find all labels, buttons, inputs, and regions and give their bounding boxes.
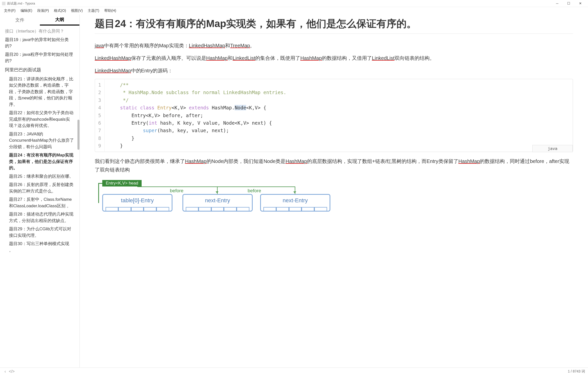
menu-file[interactable]: 文件(F) <box>2 8 18 14</box>
editor-area[interactable]: 题目24：有没有有顺序的Map实现类，如果有，他们是怎么保证有序的。 java中… <box>80 15 588 367</box>
outline-item[interactable]: 题目30：写出三种单例模式实现 。 <box>0 240 79 254</box>
app-icon <box>2 2 6 5</box>
outline-panel[interactable]: 接口（Interface）有什么异同？ 题目19：java中的异常时如何分类的?… <box>0 26 79 367</box>
outline-item[interactable]: 题目21：讲讲类的实例化顺序，比如父类静态数据，构造函数，字段，子类静态数据，构… <box>0 75 79 109</box>
menu-paragraph[interactable]: 段落(P) <box>35 8 52 14</box>
outline-item[interactable]: 题目27：反射中，Class.forName和ClassLoader.loadC… <box>0 195 79 210</box>
paragraph[interactable]: java中有两个常用的有顺序的Map实现类：LinkedHashMap和Tree… <box>95 41 573 50</box>
menu-help[interactable]: 帮助(H) <box>102 8 119 14</box>
outline-item[interactable]: 接口（Interface）有什么异同？ <box>0 27 79 36</box>
maximize-button[interactable]: ☐ <box>563 0 574 7</box>
code-gutter: 123456789 <box>95 79 105 152</box>
paragraph[interactable]: LinkedHashMap保存了元素的插入顺序。可以说是HashMap和Link… <box>95 54 573 62</box>
sidebar: 文件 大纲 接口（Interface）有什么异同？ 题目19：java中的异常时… <box>0 15 80 367</box>
outline-item[interactable]: 题目23：JAVA8的ConcurrentHashMap为什么放弃了分段锁，有什… <box>0 130 79 151</box>
diagram-edge-label: before <box>248 188 261 194</box>
menubar: 文件(F) 编辑(E) 段落(P) 格式(O) 视图(V) 主题(T) 帮助(H… <box>0 7 588 15</box>
diagram-head-label: Entry<K,V> head <box>102 180 142 186</box>
close-button[interactable]: ✕ <box>574 0 586 7</box>
outline-item[interactable]: 题目28：描述动态代理的几种实现方式，分别说出相应的优缺点。 <box>0 210 79 225</box>
outline-item[interactable]: 题目22：如何在父类中为子类自动完成所有的hashcode和equals实现？这… <box>0 109 79 130</box>
diagram-node: table[0]-Entry <box>102 194 172 212</box>
outline-item-active[interactable]: 题目24：有没有有顺序的Map实现类，如果有，他们是怎么保证有序的。 <box>0 151 79 172</box>
outline-item[interactable]: 题目25：继承和聚合的区别在哪。 <box>0 172 79 181</box>
paragraph[interactable]: 我们看到这个静态内部类很简单，继承了HashMap的Node内部类，我们知道No… <box>95 157 573 174</box>
word-count[interactable]: 1 / 8743 词 <box>568 369 585 374</box>
paragraph[interactable]: LinkedHashMap中的Entry的源码： <box>95 66 573 75</box>
outline-item[interactable]: 题目26：反射的原理，反射创建类实例的三种方式是什么。 <box>0 180 79 195</box>
code-content[interactable]: /** * HashMap.Node subclass for normal L… <box>105 79 573 152</box>
article-heading[interactable]: 题目24：有没有有顺序的Map实现类，如果有，他们是怎么保证有序的。 <box>95 17 573 34</box>
tab-file[interactable]: 文件 <box>0 15 40 26</box>
menu-edit[interactable]: 编辑(E) <box>18 8 35 14</box>
diagram-node: next-Entry <box>182 194 253 212</box>
outline-section-header[interactable]: 阿里巴巴的面试题 <box>0 65 79 75</box>
menu-view[interactable]: 视图(V) <box>68 8 85 14</box>
outline-item[interactable]: 题目29：为什么CGlib方式可以对接口实现代理。 <box>0 225 79 240</box>
minimize-button[interactable]: ─ <box>551 0 563 7</box>
titlebar: 面试题.md - Typora ─ ☐ ✕ <box>0 0 588 7</box>
code-block[interactable]: 123456789 /** * HashMap.Node subclass fo… <box>95 79 573 152</box>
sidebar-scrollbar-thumb[interactable] <box>77 120 79 150</box>
tab-outline[interactable]: 大纲 <box>40 15 80 26</box>
code-language-label[interactable]: java <box>532 145 573 152</box>
menu-format[interactable]: 格式(O) <box>51 8 68 14</box>
window-title: 面试题.md - Typora <box>7 1 35 6</box>
menu-theme[interactable]: 主题(T) <box>85 8 102 14</box>
diagram: Entry<K,V> head before before table[0]-E… <box>95 179 573 212</box>
diagram-node: next-Entry <box>260 194 330 212</box>
source-mode-icon[interactable]: </> <box>7 369 16 374</box>
statusbar: ‹ </> 1 / 8743 词 <box>0 367 588 375</box>
diagram-edge-label: before <box>170 188 183 194</box>
outline-item[interactable]: 题目19：java中的异常时如何分类的? <box>0 36 79 50</box>
outline-item[interactable]: 题目20：java程序中异常时如何处理的? <box>0 50 79 65</box>
back-icon[interactable]: ‹ <box>3 369 7 374</box>
